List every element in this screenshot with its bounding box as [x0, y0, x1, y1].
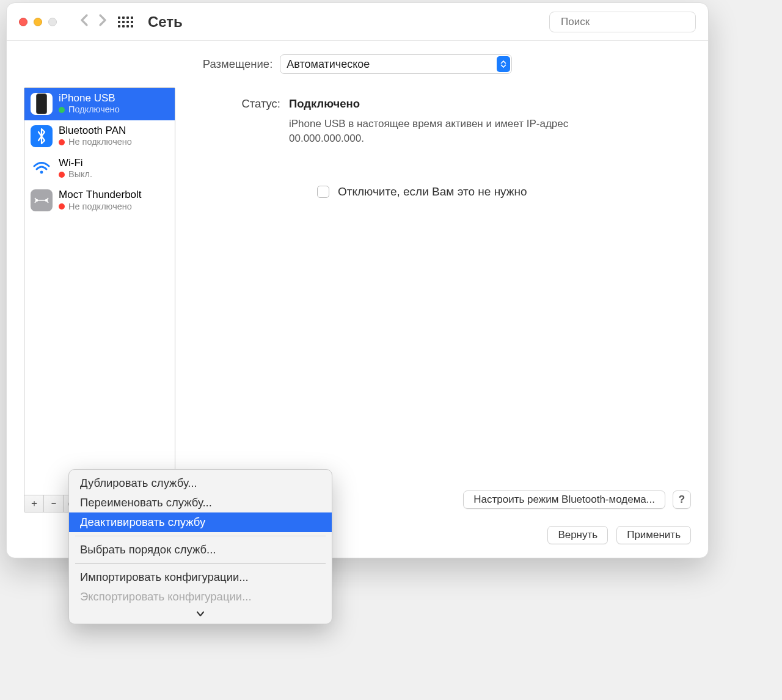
service-name: Мост Thunderbolt: [59, 189, 142, 201]
service-actions-context-menu: Дублировать службу... Переименовать служ…: [68, 469, 332, 624]
search-field[interactable]: [549, 12, 696, 32]
menu-separator: [75, 563, 326, 564]
menu-scroll-down-icon: [69, 607, 332, 619]
menu-separator: [75, 536, 326, 536]
chevron-right-icon: [98, 13, 108, 27]
menu-set-service-order[interactable]: Выбрать порядок служб...: [69, 540, 332, 560]
location-row: Размещение: Автоматическое: [7, 41, 708, 87]
service-name: Wi-Fi: [59, 157, 92, 169]
service-name: iPhone USB: [59, 92, 120, 104]
location-label: Размещение:: [203, 57, 273, 71]
apply-button[interactable]: Применить: [616, 526, 691, 544]
sidebar-item-iphone-usb[interactable]: iPhone USB Подключено: [24, 88, 175, 120]
window-controls: [19, 18, 57, 26]
select-stepper-icon: [497, 56, 510, 72]
menu-rename-service[interactable]: Переименовать службу...: [69, 493, 332, 512]
service-list: iPhone USB Подключено Bluetooth PAN Не п…: [24, 88, 175, 495]
status-dot-icon: [59, 139, 65, 145]
status-dot-icon: [59, 172, 65, 178]
bluetooth-icon: [31, 125, 53, 147]
status-block: Статус: Подключено iPhone USB в настояще…: [185, 87, 691, 146]
show-all-prefs-button[interactable]: [118, 16, 133, 27]
titlebar: Сеть: [7, 3, 708, 41]
status-value: Подключено: [289, 97, 691, 111]
configure-bluetooth-modem-button[interactable]: Настроить режим Bluetooth-модема...: [463, 490, 665, 509]
chevron-left-icon: [79, 13, 89, 27]
zoom-window-button[interactable]: [48, 18, 57, 26]
status-label: Статус:: [222, 97, 280, 146]
close-window-button[interactable]: [19, 18, 27, 26]
revert-button[interactable]: Вернуть: [547, 526, 608, 544]
forward-button[interactable]: [93, 13, 112, 31]
location-select[interactable]: Автоматическое: [280, 54, 512, 74]
page-title: Сеть: [148, 13, 183, 31]
menu-export-configurations[interactable]: Экспортировать конфигурации...: [69, 587, 332, 607]
disable-if-not-needed-label: Отключите, если Вам это не нужно: [338, 185, 527, 199]
menu-deactivate-service[interactable]: Деактивировать службу: [69, 512, 332, 532]
menu-import-configurations[interactable]: Импортировать конфигурации...: [69, 567, 332, 587]
iphone-icon: [31, 93, 53, 115]
thunderbolt-bridge-icon: [31, 189, 53, 211]
svg-point-2: [40, 171, 43, 174]
sidebar-item-wifi[interactable]: Wi-Fi Выкл.: [24, 153, 175, 185]
add-service-button[interactable]: ＋: [24, 495, 44, 512]
remove-service-button[interactable]: －: [44, 495, 64, 512]
status-dot-icon: [59, 107, 65, 113]
location-value: Автоматическое: [287, 58, 370, 71]
status-description: iPhone USB в настоящее время активен и и…: [289, 117, 619, 146]
wifi-icon: [31, 157, 53, 179]
sidebar-item-thunderbolt-bridge[interactable]: Мост Thunderbolt Не подключено: [24, 184, 175, 217]
sidebar-item-bluetooth-pan[interactable]: Bluetooth PAN Не подключено: [24, 120, 175, 153]
minimize-window-button[interactable]: [34, 18, 42, 26]
search-input[interactable]: [561, 16, 690, 28]
content-area: iPhone USB Подключено Bluetooth PAN Не п…: [7, 87, 708, 526]
help-button[interactable]: ?: [673, 490, 691, 509]
menu-duplicate-service[interactable]: Дублировать службу...: [69, 473, 332, 493]
back-button[interactable]: [75, 13, 93, 31]
status-dot-icon: [59, 203, 65, 210]
service-details-panel: Статус: Подключено iPhone USB в настояще…: [185, 87, 691, 512]
disable-if-not-needed-row: Отключите, если Вам это не нужно: [317, 185, 691, 199]
services-sidebar: iPhone USB Подключено Bluetooth PAN Не п…: [24, 87, 175, 512]
service-name: Bluetooth PAN: [59, 125, 132, 137]
disable-if-not-needed-checkbox[interactable]: [317, 186, 329, 198]
